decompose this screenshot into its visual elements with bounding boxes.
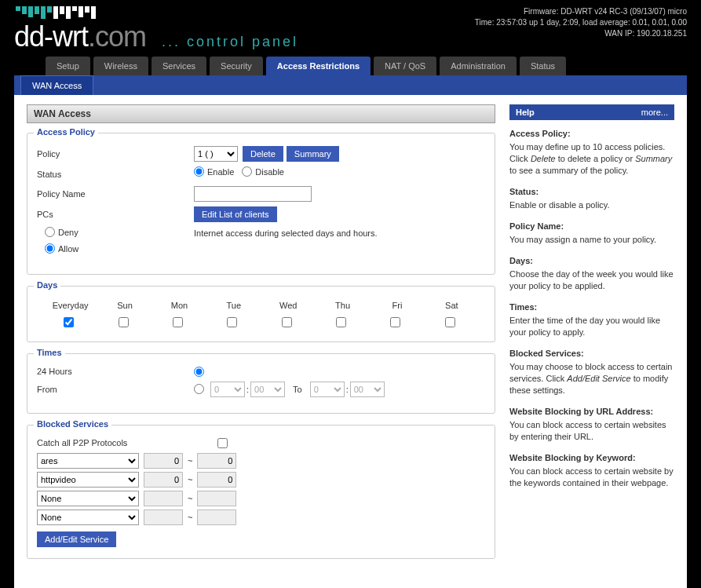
help-section: Policy Name:You may assign a name to you…	[509, 221, 674, 246]
service-select[interactable]: None	[37, 491, 139, 506]
label-from: From	[37, 385, 194, 394]
help-section: Times:Enter the time of the day you woul…	[509, 301, 674, 338]
edit-clients-button[interactable]: Edit List of clients	[194, 206, 277, 222]
service-port-from[interactable]	[144, 491, 183, 506]
day-header: Everyday	[43, 298, 97, 313]
help-section: Website Blocking by Keyword:You can bloc…	[509, 452, 674, 489]
service-port-from[interactable]	[144, 453, 183, 469]
blocked-services-group: Blocked Services Catch all P2P Protocols…	[27, 425, 495, 559]
days-group: Days EverydaySunMonTueWedThuFriSat	[27, 286, 495, 342]
help-section: Status:Enable or disable a policy.	[509, 186, 674, 211]
day-header: Tue	[206, 298, 261, 313]
day-checkbox-sun[interactable]	[119, 317, 129, 327]
policy-label: Policy	[37, 149, 194, 159]
logo-text: dd-wrt.com	[14, 20, 146, 53]
label-to: To	[293, 385, 302, 394]
times-group: Times 24 Hours From 0 : 00 To	[27, 353, 495, 414]
service-port-from[interactable]	[144, 472, 183, 488]
page-title: WAN Access	[27, 104, 495, 123]
service-row: httpvideo~	[37, 472, 485, 488]
day-checkbox-wed[interactable]	[282, 317, 292, 327]
policy-select[interactable]: 1 ( )	[194, 146, 238, 162]
tab-administration[interactable]: Administration	[440, 57, 517, 75]
status-enable-radio[interactable]: Enable	[194, 166, 234, 177]
label-24h: 24 Hours	[37, 367, 194, 376]
service-port-to[interactable]	[197, 509, 236, 525]
help-header: Help more...	[509, 104, 674, 120]
from-hour-select[interactable]: 0	[210, 382, 245, 397]
help-section: Days:Choose the day of the week you woul…	[509, 255, 674, 292]
to-min-select[interactable]: 00	[350, 382, 385, 397]
service-port-to[interactable]	[197, 491, 236, 506]
status-disable-radio[interactable]: Disable	[242, 166, 284, 177]
from-min-select[interactable]: 00	[250, 382, 285, 397]
tab-access-restrictions[interactable]: Access Restrictions	[266, 57, 371, 75]
service-select[interactable]: None	[37, 509, 139, 525]
help-section: Access Policy:You may define up to 10 ac…	[509, 128, 674, 177]
radio-from[interactable]	[194, 384, 204, 394]
day-checkbox-tue[interactable]	[227, 317, 237, 327]
service-port-to[interactable]	[197, 453, 236, 469]
service-row: None~	[37, 509, 485, 525]
to-hour-select[interactable]: 0	[310, 382, 345, 397]
tab-services[interactable]: Services	[152, 57, 206, 75]
tab-security[interactable]: Security	[210, 57, 263, 75]
help-section: Website Blocking by URL Address:You can …	[509, 406, 674, 443]
deny-radio[interactable]: Deny	[45, 227, 194, 237]
p2p-checkbox[interactable]	[217, 438, 228, 448]
tab-setup[interactable]: Setup	[46, 57, 90, 75]
service-port-to[interactable]	[197, 472, 236, 488]
day-header: Sat	[425, 298, 479, 313]
day-checkbox-everyday[interactable]	[64, 317, 74, 327]
help-section: Blocked Services:You may choose to block…	[509, 348, 674, 396]
delete-button[interactable]: Delete	[243, 146, 283, 162]
tab-wireless[interactable]: Wireless	[93, 57, 148, 75]
add-edit-service-button[interactable]: Add/Edit Service	[37, 531, 116, 547]
day-header: Sun	[97, 298, 152, 313]
summary-button[interactable]: Summary	[287, 146, 339, 162]
radio-24h[interactable]	[194, 367, 204, 377]
policy-name-input[interactable]	[194, 186, 312, 202]
service-select[interactable]: ares	[37, 453, 139, 469]
help-more-link[interactable]: more...	[641, 108, 668, 117]
logo-subtitle: ... control panel	[162, 34, 298, 50]
day-checkbox-mon[interactable]	[173, 317, 183, 327]
service-row: None~	[37, 491, 485, 506]
day-checkbox-fri[interactable]	[390, 317, 400, 327]
day-checkbox-sat[interactable]	[445, 317, 455, 327]
status-label: Status	[37, 170, 194, 179]
tab-nat-qos[interactable]: NAT / QoS	[374, 57, 436, 75]
subtab-wan-access[interactable]: WAN Access	[20, 75, 93, 95]
pcs-label: PCs	[37, 210, 194, 219]
day-header: Thu	[316, 298, 370, 313]
access-policy-group: Access Policy Policy 1 ( ) Delete Summar…	[27, 133, 495, 275]
service-select[interactable]: httpvideo	[37, 472, 139, 488]
service-port-from[interactable]	[144, 509, 183, 525]
tab-status[interactable]: Status	[520, 57, 566, 75]
policy-name-label: Policy Name	[37, 189, 194, 199]
service-row: ares~	[37, 453, 485, 469]
header-status: Firmware: DD-WRT v24 RC-3 (09/13/07) mic…	[475, 3, 687, 39]
day-header: Fri	[370, 298, 424, 313]
day-header: Mon	[152, 298, 206, 313]
p2p-label: Catch all P2P Protocols	[37, 438, 217, 447]
access-desc: Internet access during selected days and…	[194, 227, 378, 238]
allow-radio[interactable]: Allow	[45, 243, 194, 254]
day-checkbox-thu[interactable]	[336, 317, 346, 327]
day-header: Wed	[261, 298, 316, 313]
